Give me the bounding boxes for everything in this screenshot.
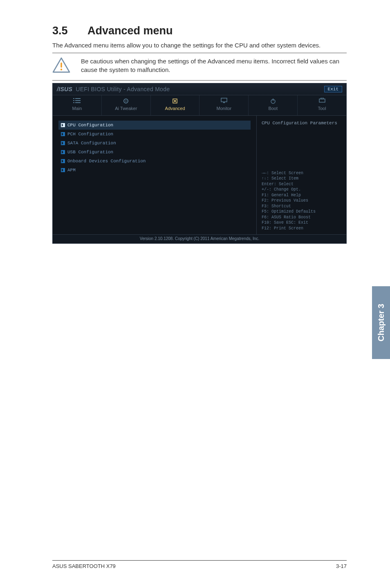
tab-boot[interactable]: Boot bbox=[248, 95, 297, 115]
bios-screenshot: /ISUS UEFI BIOS Utility - Advanced Mode … bbox=[52, 83, 347, 244]
svg-rect-16 bbox=[319, 99, 325, 102]
menu-label: SATA Configuration bbox=[67, 141, 116, 146]
tab-main[interactable]: Main bbox=[53, 95, 101, 115]
help-line: Enter: Select bbox=[262, 182, 341, 187]
tab-label: Monitor bbox=[217, 106, 232, 111]
menu-sata-configuration[interactable]: SATA Configuration bbox=[58, 139, 251, 148]
toolbox-icon bbox=[299, 98, 345, 104]
warning-callout: Be cautious when changing the settings o… bbox=[52, 56, 347, 78]
help-line: F12: Print Screen bbox=[262, 226, 341, 231]
footer-product: ASUS SABERTOOTH X79 bbox=[52, 563, 116, 569]
bios-titlebar: /ISUS UEFI BIOS Utility - Advanced Mode … bbox=[53, 83, 346, 95]
page-footer: ASUS SABERTOOTH X79 3-17 bbox=[52, 560, 347, 569]
divider bbox=[52, 53, 347, 53]
svg-rect-11 bbox=[174, 100, 176, 102]
menu-label: APM bbox=[67, 168, 76, 173]
warning-icon bbox=[52, 57, 70, 75]
tab-label: Ai Tweaker bbox=[115, 106, 137, 111]
svg-rect-17 bbox=[321, 98, 323, 99]
svg-rect-15 bbox=[273, 99, 273, 101]
chapter-side-tab: Chapter 3 bbox=[372, 286, 390, 359]
menu-label: PCH Configuration bbox=[67, 132, 113, 137]
menu-usb-configuration[interactable]: USB Configuration bbox=[58, 148, 251, 157]
chevron-right-icon bbox=[61, 141, 65, 145]
bios-exit-button[interactable]: Exit bbox=[324, 86, 342, 92]
tab-tool[interactable]: Tool bbox=[297, 95, 346, 115]
bios-tabs: Main Ai Tweaker Advanced Monitor bbox=[53, 95, 346, 116]
menu-label: USB Configuration bbox=[67, 150, 113, 155]
svg-rect-5 bbox=[75, 100, 81, 101]
tab-monitor[interactable]: Monitor bbox=[199, 95, 248, 115]
tab-label: Tool bbox=[318, 106, 326, 111]
menu-label: Onboard Devices Configuration bbox=[67, 159, 146, 164]
help-line: +/-: Change Opt. bbox=[262, 187, 341, 193]
section-title-text: Advanced menu bbox=[87, 25, 173, 37]
chevron-right-icon bbox=[61, 168, 65, 172]
bios-menu-panel: CPU Configuration PCH Configuration SATA… bbox=[53, 116, 256, 234]
chevron-right-icon bbox=[61, 123, 65, 127]
help-line: F5: Optimized Defaults bbox=[262, 209, 341, 215]
svg-rect-4 bbox=[73, 100, 74, 101]
help-line: F2: Previous Values bbox=[262, 198, 341, 204]
tab-label: Boot bbox=[268, 106, 278, 111]
gear-icon bbox=[103, 98, 149, 104]
svg-rect-13 bbox=[223, 102, 225, 103]
menu-cpu-configuration[interactable]: CPU Configuration bbox=[58, 121, 251, 130]
chevron-right-icon bbox=[61, 159, 65, 163]
svg-point-1 bbox=[61, 69, 62, 70]
help-line: →←: Select Screen bbox=[262, 171, 341, 176]
bios-help-panel: CPU Configuration Parameters →←: Select … bbox=[256, 116, 346, 234]
help-line: F3: Shortcut bbox=[262, 204, 341, 209]
monitor-icon bbox=[201, 98, 247, 104]
svg-rect-12 bbox=[221, 98, 227, 102]
help-line: F1: General Help bbox=[262, 193, 341, 198]
bios-brand: /ISUS bbox=[57, 86, 72, 92]
chevron-right-icon bbox=[61, 150, 65, 154]
menu-onboard-devices[interactable]: Onboard Devices Configuration bbox=[58, 157, 251, 166]
svg-rect-7 bbox=[75, 102, 81, 103]
svg-rect-6 bbox=[73, 102, 74, 103]
tab-advanced[interactable]: Advanced bbox=[150, 95, 199, 115]
help-keys: →←: Select Screen ↑↓: Select Item Enter:… bbox=[262, 171, 341, 231]
footer-page-number: 3-17 bbox=[336, 563, 347, 569]
help-line: F6: ASUS Ratio Boost bbox=[262, 215, 341, 220]
menu-label: CPU Configuration bbox=[67, 123, 113, 128]
help-heading: CPU Configuration Parameters bbox=[262, 121, 341, 126]
bios-title: UEFI BIOS Utility - Advanced Mode bbox=[76, 86, 170, 92]
menu-pch-configuration[interactable]: PCH Configuration bbox=[58, 130, 251, 139]
tab-ai-tweaker[interactable]: Ai Tweaker bbox=[101, 95, 150, 115]
warning-text: Be cautious when changing the settings o… bbox=[81, 57, 347, 74]
power-icon bbox=[250, 98, 296, 104]
svg-rect-2 bbox=[73, 98, 74, 99]
chevron-right-icon bbox=[61, 132, 65, 136]
help-line: F10: Save ESC: Exit bbox=[262, 220, 341, 226]
menu-apm[interactable]: APM bbox=[58, 166, 251, 175]
svg-rect-3 bbox=[75, 98, 81, 99]
svg-point-9 bbox=[126, 101, 127, 102]
section-heading: 3.5Advanced menu bbox=[52, 25, 347, 37]
tab-label: Main bbox=[72, 106, 82, 111]
divider bbox=[52, 80, 347, 81]
bios-version-footer: Version 2.10.1208. Copyright (C) 2011 Am… bbox=[53, 234, 346, 243]
tab-label: Advanced bbox=[165, 106, 185, 111]
help-line: ↑↓: Select Item bbox=[262, 176, 341, 182]
list-icon bbox=[54, 98, 100, 104]
svg-rect-0 bbox=[61, 63, 62, 68]
intro-paragraph: The Advanced menu items allow you to cha… bbox=[52, 41, 347, 49]
chip-icon bbox=[152, 98, 198, 104]
section-number: 3.5 bbox=[52, 25, 87, 37]
